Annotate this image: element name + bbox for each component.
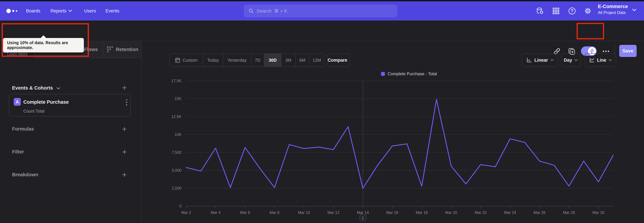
sampling-tooltip: Using 10% of data. Results are approxima… [3,38,84,52]
learn-more-link[interactable]: Learn More [7,51,28,56]
chevron-down-icon [56,87,60,89]
nav-item-events[interactable]: Events [106,1,120,21]
nav-label: Events [106,9,120,14]
nav-item-boards[interactable]: Boards [26,1,40,21]
x-axis-label: Mar 28 [563,210,575,215]
y-axis-label: 5,000 [172,168,182,173]
formulas-header: Formulas [12,126,34,132]
tab-label: Flows [84,47,98,52]
y-axis-label: 10K [174,133,182,137]
event-card[interactable]: A Complete Purchase Count Total [9,94,131,117]
add-formula-button[interactable]: + [120,124,129,134]
help-icon[interactable]: ? [568,6,576,16]
nav-item-reports[interactable]: Reports [50,1,72,21]
nav-label: Reports [50,9,66,14]
settings-gear-icon[interactable] [583,6,592,16]
event-kebab-icon[interactable] [124,99,130,106]
tab-retention[interactable]: Retention [103,41,142,58]
y-axis-label: 15K [174,96,182,101]
x-axis-label: Mar 4 [211,210,220,215]
add-event-button[interactable]: + [120,83,129,92]
annotation-marker-label: 1 [362,216,364,220]
project-scope: All Project Data [598,10,628,15]
x-axis-label: Mar 20 [445,210,457,215]
event-letter-badge: A [14,98,21,106]
y-axis-label: 7,500 [172,150,182,155]
y-axis-label: 0 [179,204,182,208]
filter-header: Filter [12,149,24,155]
nav-label: Users [84,9,96,14]
y-axis-label: 17.5K [172,79,182,83]
x-axis-label: Mar 6 [240,210,250,215]
chevron-down-icon [632,9,636,12]
retention-icon [106,46,113,53]
y-axis-label: 2,500 [172,186,182,190]
tab-label: Retention [116,47,138,52]
x-axis-label: Mar 26 [534,210,546,215]
project-name: E-Commerce [598,4,628,9]
top-nav: Boards Reports Users Events Search ⌘ + K [0,1,644,21]
query-panel: Insights Funnels [0,41,142,223]
logo-dots-icon [6,9,17,13]
add-filter-button[interactable]: + [120,147,129,156]
event-name: Complete Purchase [23,99,69,105]
x-axis-label: Mar 14 [357,210,369,215]
data-management-icon[interactable] [535,6,544,16]
x-axis-label: Mar 24 [504,210,516,215]
event-metric[interactable]: Count Total [23,109,44,114]
search-placeholder: Search ⌘ + K [256,8,287,14]
line-chart: 02,5005,0007,50010K12.5K15K17.5KMar 2Mar… [142,41,644,223]
chart-panel: Custom Today Yesterday 7D 30D 3M 6M 12M … [142,41,644,223]
tooltip-text: Using 10% of data. Results are approxima… [7,40,84,50]
series-line[interactable] [186,99,613,188]
svg-text:?: ? [571,8,574,13]
report-header: Untitled Sampled + Add description... [0,21,644,41]
x-axis-label: Mar 18 [416,210,428,215]
add-breakdown-button[interactable]: + [120,170,129,179]
x-axis-label: Mar 10 [298,210,310,215]
chevron-down-icon [68,10,72,12]
apps-grid-icon[interactable] [552,6,560,16]
events-cohorts-header[interactable]: Events & Cohorts [12,85,60,91]
nav-label: Boards [26,9,40,14]
window-edge [0,0,644,1]
project-selector[interactable]: E-Commerce All Project Data [598,4,628,18]
mixpanel-logo-icon[interactable] [6,1,17,21]
x-axis-label: Mar 8 [270,210,280,215]
breakdown-header: Breakdown [12,172,38,177]
x-axis-label: Mar 16 [386,210,398,215]
x-axis-label: Mar 2 [181,210,191,215]
nav-item-users[interactable]: Users [84,1,96,21]
search-icon [248,9,254,14]
y-axis-label: 12.5K [172,115,182,119]
search-input[interactable]: Search ⌘ + K [244,5,397,17]
mixpanel-insights-report: Boards Reports Users Events Search ⌘ + K [0,0,644,223]
x-axis-label: Mar 12 [327,210,340,215]
x-axis-label: Mar 22 [474,210,487,215]
x-axis-label: Mar 30 [592,210,604,215]
